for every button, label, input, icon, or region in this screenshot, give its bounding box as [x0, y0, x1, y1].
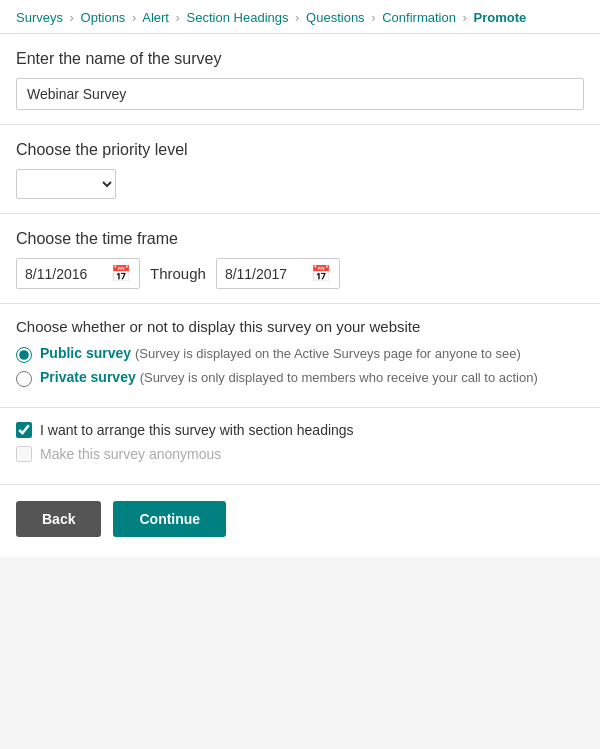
breadcrumb-confirmation[interactable]: Confirmation	[382, 10, 456, 25]
visibility-section: Choose whether or not to display this su…	[0, 304, 600, 408]
priority-section: Choose the priority level Low Medium Hig…	[0, 125, 600, 214]
breadcrumb-current: Promote	[474, 10, 527, 25]
sep-4: ›	[295, 10, 299, 25]
through-label: Through	[150, 265, 206, 282]
sep-3: ›	[176, 10, 180, 25]
checkbox-section: I want to arrange this survey with secti…	[0, 408, 600, 485]
sep-5: ›	[371, 10, 375, 25]
sep-6: ›	[463, 10, 467, 25]
visibility-label: Choose whether or not to display this su…	[16, 318, 584, 335]
priority-select[interactable]: Low Medium High	[16, 169, 116, 199]
timeframe-section: Choose the time frame 📅 Through 📅	[0, 214, 600, 304]
radio-public-label[interactable]: Public survey (Survey is displayed on th…	[40, 345, 521, 361]
checkbox-section-headings[interactable]	[16, 422, 32, 438]
survey-name-label: Enter the name of the survey	[16, 50, 584, 68]
radio-row-public: Public survey (Survey is displayed on th…	[16, 345, 584, 363]
sep-2: ›	[132, 10, 136, 25]
checkbox-anonymous-label[interactable]: Make this survey anonymous	[40, 446, 221, 462]
start-date-input[interactable]	[25, 266, 105, 282]
breadcrumb: Surveys › Options › Alert › Section Head…	[0, 0, 600, 34]
survey-name-input[interactable]	[16, 78, 584, 110]
radio-private-title: Private survey	[40, 369, 136, 385]
continue-button[interactable]: Continue	[113, 501, 226, 537]
checkbox-section-headings-label[interactable]: I want to arrange this survey with secti…	[40, 422, 354, 438]
radio-public-desc: (Survey is displayed on the Active Surve…	[135, 346, 521, 361]
radio-row-private: Private survey (Survey is only displayed…	[16, 369, 584, 387]
end-date-wrap: 📅	[216, 258, 340, 289]
radio-public-title: Public survey	[40, 345, 131, 361]
back-button[interactable]: Back	[16, 501, 101, 537]
breadcrumb-surveys[interactable]: Surveys	[16, 10, 63, 25]
radio-private-label[interactable]: Private survey (Survey is only displayed…	[40, 369, 538, 385]
radio-private-desc: (Survey is only displayed to members who…	[140, 370, 538, 385]
breadcrumb-section-headings[interactable]: Section Headings	[187, 10, 289, 25]
checkbox-anonymous[interactable]	[16, 446, 32, 462]
button-row: Back Continue	[0, 485, 600, 557]
breadcrumb-questions[interactable]: Questions	[306, 10, 365, 25]
sep-1: ›	[70, 10, 74, 25]
breadcrumb-alert[interactable]: Alert	[142, 10, 169, 25]
timeframe-label: Choose the time frame	[16, 230, 584, 248]
survey-name-section: Enter the name of the survey	[0, 34, 600, 125]
start-date-calendar-icon[interactable]: 📅	[111, 264, 131, 283]
checkbox-row-anonymous: Make this survey anonymous	[16, 446, 584, 462]
page-container: Surveys › Options › Alert › Section Head…	[0, 0, 600, 557]
radio-private[interactable]	[16, 371, 32, 387]
end-date-input[interactable]	[225, 266, 305, 282]
start-date-wrap: 📅	[16, 258, 140, 289]
breadcrumb-options[interactable]: Options	[81, 10, 126, 25]
radio-public[interactable]	[16, 347, 32, 363]
checkbox-row-section-headings: I want to arrange this survey with secti…	[16, 422, 584, 438]
timeframe-row: 📅 Through 📅	[16, 258, 584, 289]
priority-label: Choose the priority level	[16, 141, 584, 159]
end-date-calendar-icon[interactable]: 📅	[311, 264, 331, 283]
